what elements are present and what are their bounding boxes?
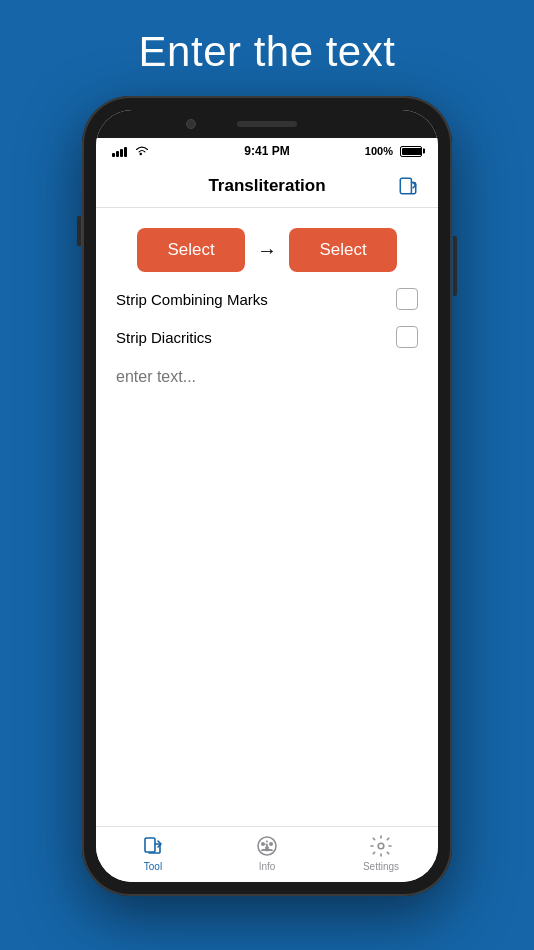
phone-screen: 9:41 PM 100% Transliteration xyxy=(96,110,438,882)
page-title: Enter the text xyxy=(139,28,396,76)
power-button xyxy=(453,236,457,296)
svg-point-5 xyxy=(269,842,273,846)
status-left xyxy=(112,145,149,157)
strip-diacritics-row: Strip Diacritics xyxy=(112,326,422,348)
strip-diacritics-label: Strip Diacritics xyxy=(116,329,212,346)
svg-point-7 xyxy=(378,843,384,849)
tab-tool[interactable]: Tool xyxy=(96,827,210,882)
strip-combining-marks-checkbox[interactable] xyxy=(396,288,418,310)
battery-percent: 100% xyxy=(365,145,393,157)
navigation-bar: Transliteration xyxy=(96,164,438,208)
strip-combining-marks-label: Strip Combining Marks xyxy=(116,291,268,308)
strip-diacritics-checkbox[interactable] xyxy=(396,326,418,348)
main-content: Select → Select Strip Combining Marks St… xyxy=(96,208,438,826)
tab-settings[interactable]: Settings xyxy=(324,827,438,882)
status-right: 100% xyxy=(365,145,422,157)
svg-point-3 xyxy=(266,840,268,842)
svg-rect-1 xyxy=(145,838,155,852)
camera xyxy=(186,119,196,129)
tab-info[interactable]: Info xyxy=(210,827,324,882)
text-input[interactable] xyxy=(112,364,422,806)
signal-icon xyxy=(112,145,127,157)
info-icon xyxy=(255,834,279,858)
tab-info-label: Info xyxy=(259,861,276,872)
volume-button xyxy=(77,216,81,246)
tab-settings-label: Settings xyxy=(363,861,399,872)
strip-combining-marks-row: Strip Combining Marks xyxy=(112,288,422,310)
speaker xyxy=(237,121,297,127)
svg-rect-0 xyxy=(400,178,411,193)
tool-icon xyxy=(141,834,165,858)
battery-icon xyxy=(400,146,422,157)
wifi-icon xyxy=(135,146,149,156)
status-bar: 9:41 PM 100% xyxy=(96,138,438,164)
export-button[interactable] xyxy=(394,172,422,200)
status-time: 9:41 PM xyxy=(244,144,289,158)
phone-notch xyxy=(96,110,438,138)
phone-frame: 9:41 PM 100% Transliteration xyxy=(82,96,452,896)
tab-bar: Tool Info xyxy=(96,826,438,882)
select-target-button[interactable]: Select xyxy=(289,228,397,272)
svg-point-4 xyxy=(261,842,265,846)
arrow-icon: → xyxy=(257,239,277,262)
select-source-button[interactable]: Select xyxy=(137,228,245,272)
nav-title: Transliteration xyxy=(208,176,325,196)
select-row: Select → Select xyxy=(112,228,422,272)
export-icon xyxy=(396,174,420,198)
tab-tool-label: Tool xyxy=(144,861,162,872)
settings-icon xyxy=(369,834,393,858)
